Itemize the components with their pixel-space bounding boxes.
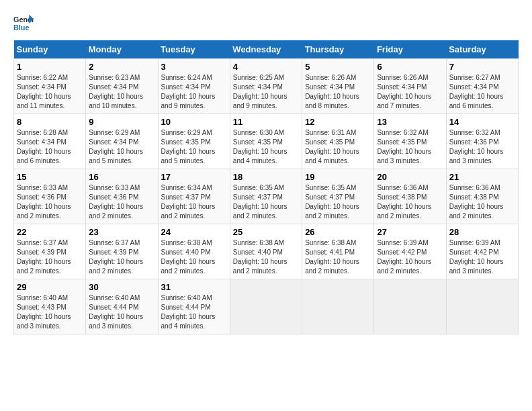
day-number: 21 — [449, 172, 515, 182]
day-info: Sunrise: 6:25 AM Sunset: 4:34 PM Dayligh… — [233, 73, 299, 111]
day-info: Sunrise: 6:38 AM Sunset: 4:40 PM Dayligh… — [161, 238, 227, 276]
calendar-cell: 22 Sunrise: 6:37 AM Sunset: 4:39 PM Dayl… — [14, 224, 86, 279]
day-number: 2 — [89, 62, 154, 72]
day-info: Sunrise: 6:31 AM Sunset: 4:35 PM Dayligh… — [305, 128, 371, 166]
day-number: 5 — [305, 62, 371, 72]
day-info: Sunrise: 6:36 AM Sunset: 4:38 PM Dayligh… — [449, 183, 515, 221]
calendar-cell: 23 Sunrise: 6:37 AM Sunset: 4:39 PM Dayl… — [86, 224, 158, 279]
day-info: Sunrise: 6:36 AM Sunset: 4:38 PM Dayligh… — [377, 183, 443, 221]
calendar-cell: 21 Sunrise: 6:36 AM Sunset: 4:38 PM Dayl… — [446, 169, 518, 224]
day-info: Sunrise: 6:27 AM Sunset: 4:34 PM Dayligh… — [449, 73, 515, 111]
weekday-header: Tuesday — [158, 40, 230, 59]
day-number: 13 — [377, 117, 443, 127]
calendar-table: SundayMondayTuesdayWednesdayThursdayFrid… — [13, 40, 519, 334]
day-info: Sunrise: 6:40 AM Sunset: 4:44 PM Dayligh… — [161, 293, 227, 331]
weekday-header: Monday — [86, 40, 158, 59]
day-info: Sunrise: 6:33 AM Sunset: 4:36 PM Dayligh… — [17, 183, 83, 221]
calendar-cell: 7 Sunrise: 6:27 AM Sunset: 4:34 PM Dayli… — [446, 59, 518, 114]
calendar-cell: 18 Sunrise: 6:35 AM Sunset: 4:37 PM Dayl… — [230, 169, 302, 224]
day-info: Sunrise: 6:38 AM Sunset: 4:40 PM Dayligh… — [233, 238, 299, 276]
day-number: 8 — [17, 117, 83, 127]
calendar-cell: 19 Sunrise: 6:35 AM Sunset: 4:37 PM Dayl… — [302, 169, 374, 224]
day-info: Sunrise: 6:39 AM Sunset: 4:42 PM Dayligh… — [449, 238, 515, 276]
calendar-cell: 3 Sunrise: 6:24 AM Sunset: 4:34 PM Dayli… — [158, 59, 230, 114]
day-number: 4 — [233, 62, 299, 72]
day-number: 15 — [17, 172, 83, 182]
day-number: 30 — [89, 282, 154, 292]
calendar-cell — [302, 279, 374, 334]
day-number: 26 — [305, 227, 371, 237]
day-number: 31 — [161, 282, 227, 292]
calendar-week-row: 29 Sunrise: 6:40 AM Sunset: 4:43 PM Dayl… — [14, 279, 519, 334]
calendar-cell: 10 Sunrise: 6:29 AM Sunset: 4:35 PM Dayl… — [158, 114, 230, 169]
calendar-cell: 13 Sunrise: 6:32 AM Sunset: 4:35 PM Dayl… — [374, 114, 446, 169]
day-number: 17 — [161, 172, 227, 182]
day-number: 29 — [17, 282, 83, 292]
calendar-cell: 9 Sunrise: 6:29 AM Sunset: 4:34 PM Dayli… — [86, 114, 158, 169]
calendar-cell: 28 Sunrise: 6:39 AM Sunset: 4:42 PM Dayl… — [446, 224, 518, 279]
day-number: 16 — [89, 172, 154, 182]
calendar-week-row: 1 Sunrise: 6:22 AM Sunset: 4:34 PM Dayli… — [14, 59, 519, 114]
calendar-cell: 31 Sunrise: 6:40 AM Sunset: 4:44 PM Dayl… — [158, 279, 230, 334]
calendar-cell: 16 Sunrise: 6:33 AM Sunset: 4:36 PM Dayl… — [86, 169, 158, 224]
calendar-cell: 17 Sunrise: 6:34 AM Sunset: 4:37 PM Dayl… — [158, 169, 230, 224]
calendar-cell — [446, 279, 518, 334]
day-number: 6 — [377, 62, 443, 72]
weekday-header: Wednesday — [230, 40, 302, 59]
calendar-week-row: 15 Sunrise: 6:33 AM Sunset: 4:36 PM Dayl… — [14, 169, 519, 224]
day-info: Sunrise: 6:28 AM Sunset: 4:34 PM Dayligh… — [17, 128, 83, 166]
day-info: Sunrise: 6:33 AM Sunset: 4:36 PM Dayligh… — [89, 183, 154, 221]
day-number: 22 — [17, 227, 83, 237]
day-number: 24 — [161, 227, 227, 237]
day-info: Sunrise: 6:40 AM Sunset: 4:43 PM Dayligh… — [17, 293, 83, 331]
logo: General Blue — [13, 13, 34, 34]
day-info: Sunrise: 6:39 AM Sunset: 4:42 PM Dayligh… — [377, 238, 443, 276]
calendar-cell: 4 Sunrise: 6:25 AM Sunset: 4:34 PM Dayli… — [230, 59, 302, 114]
day-info: Sunrise: 6:32 AM Sunset: 4:36 PM Dayligh… — [449, 128, 515, 166]
day-number: 3 — [161, 62, 227, 72]
day-info: Sunrise: 6:29 AM Sunset: 4:35 PM Dayligh… — [161, 128, 227, 166]
weekday-header: Sunday — [14, 40, 86, 59]
day-number: 19 — [305, 172, 371, 182]
day-number: 1 — [17, 62, 83, 72]
calendar-cell: 2 Sunrise: 6:23 AM Sunset: 4:34 PM Dayli… — [86, 59, 158, 114]
weekday-header: Thursday — [302, 40, 374, 59]
page-header: General Blue — [13, 13, 519, 34]
weekday-header-row: SundayMondayTuesdayWednesdayThursdayFrid… — [14, 40, 519, 59]
calendar-cell: 30 Sunrise: 6:40 AM Sunset: 4:44 PM Dayl… — [86, 279, 158, 334]
day-info: Sunrise: 6:29 AM Sunset: 4:34 PM Dayligh… — [89, 128, 154, 166]
day-info: Sunrise: 6:30 AM Sunset: 4:35 PM Dayligh… — [233, 128, 299, 166]
calendar-cell — [374, 279, 446, 334]
day-number: 7 — [449, 62, 515, 72]
calendar-cell: 14 Sunrise: 6:32 AM Sunset: 4:36 PM Dayl… — [446, 114, 518, 169]
day-number: 18 — [233, 172, 299, 182]
calendar-cell: 5 Sunrise: 6:26 AM Sunset: 4:34 PM Dayli… — [302, 59, 374, 114]
logo-icon: General Blue — [13, 13, 34, 34]
day-info: Sunrise: 6:37 AM Sunset: 4:39 PM Dayligh… — [89, 238, 154, 276]
day-info: Sunrise: 6:38 AM Sunset: 4:41 PM Dayligh… — [305, 238, 371, 276]
day-number: 28 — [449, 227, 515, 237]
calendar-cell: 27 Sunrise: 6:39 AM Sunset: 4:42 PM Dayl… — [374, 224, 446, 279]
day-number: 12 — [305, 117, 371, 127]
calendar-week-row: 22 Sunrise: 6:37 AM Sunset: 4:39 PM Dayl… — [14, 224, 519, 279]
day-number: 20 — [377, 172, 443, 182]
weekday-header: Saturday — [446, 40, 518, 59]
day-number: 27 — [377, 227, 443, 237]
weekday-header: Friday — [374, 40, 446, 59]
calendar-week-row: 8 Sunrise: 6:28 AM Sunset: 4:34 PM Dayli… — [14, 114, 519, 169]
day-info: Sunrise: 6:32 AM Sunset: 4:35 PM Dayligh… — [377, 128, 443, 166]
calendar-cell: 6 Sunrise: 6:26 AM Sunset: 4:34 PM Dayli… — [374, 59, 446, 114]
day-info: Sunrise: 6:26 AM Sunset: 4:34 PM Dayligh… — [305, 73, 371, 111]
day-number: 10 — [161, 117, 227, 127]
calendar-cell: 8 Sunrise: 6:28 AM Sunset: 4:34 PM Dayli… — [14, 114, 86, 169]
day-info: Sunrise: 6:24 AM Sunset: 4:34 PM Dayligh… — [161, 73, 227, 111]
day-number: 9 — [89, 117, 154, 127]
calendar-cell: 11 Sunrise: 6:30 AM Sunset: 4:35 PM Dayl… — [230, 114, 302, 169]
calendar-cell: 12 Sunrise: 6:31 AM Sunset: 4:35 PM Dayl… — [302, 114, 374, 169]
day-number: 25 — [233, 227, 299, 237]
calendar-cell: 29 Sunrise: 6:40 AM Sunset: 4:43 PM Dayl… — [14, 279, 86, 334]
calendar-cell: 20 Sunrise: 6:36 AM Sunset: 4:38 PM Dayl… — [374, 169, 446, 224]
day-number: 14 — [449, 117, 515, 127]
day-info: Sunrise: 6:23 AM Sunset: 4:34 PM Dayligh… — [89, 73, 154, 111]
svg-text:Blue: Blue — [13, 24, 29, 32]
